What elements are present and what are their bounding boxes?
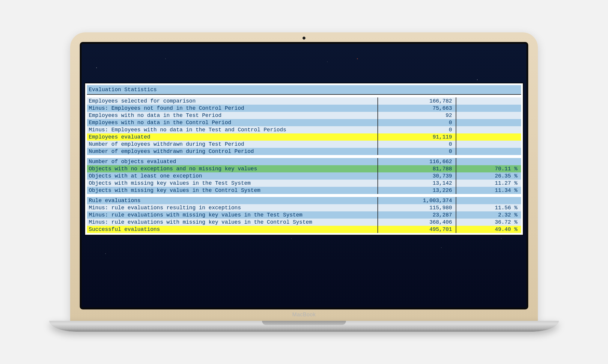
laptop-mockup: Evaluation StatisticsEmployees selected … xyxy=(70,32,538,332)
screen-bezel: Evaluation StatisticsEmployees selected … xyxy=(80,42,528,309)
row-percentage xyxy=(456,158,521,165)
row-label: Employees with no data in the Control Pe… xyxy=(87,119,378,126)
row-label: Objects with no exceptions and no missin… xyxy=(87,165,378,172)
row-value: 115,980 xyxy=(378,204,456,211)
row-value: 23,287 xyxy=(378,211,456,219)
table-row: Objects with no exceptions and no missin… xyxy=(87,165,521,172)
table-row: Minus: rule evaluations with missing key… xyxy=(87,211,521,219)
row-value: 0 xyxy=(378,148,456,155)
table-row: Objects with missing key values in the T… xyxy=(87,180,521,187)
table-row: Number of objects evaluated116,662 xyxy=(87,158,521,165)
row-label: Number of objects evaluated xyxy=(87,158,378,165)
row-percentage xyxy=(456,141,521,148)
row-label: Minus: rule evaluations with missing key… xyxy=(87,211,378,219)
row-percentage: 36.72 % xyxy=(456,219,521,226)
row-percentage xyxy=(456,197,521,204)
row-label: Rule evaluations xyxy=(87,197,378,204)
row-percentage xyxy=(456,105,521,112)
section-spacer xyxy=(87,194,521,197)
row-value: 0 xyxy=(378,141,456,148)
row-value: 166,782 xyxy=(378,97,456,105)
row-value: 13,226 xyxy=(378,187,456,194)
table-row: Minus: Employees not found in the Contro… xyxy=(87,105,521,112)
row-label: Minus: rule evaluations resulting in exc… xyxy=(87,204,378,211)
row-percentage xyxy=(456,119,521,126)
table-row: Successful evaluations495,70149.40 % xyxy=(87,226,521,233)
row-value: 0 xyxy=(378,119,456,126)
table-row: Employees with no data in the Control Pe… xyxy=(87,119,521,126)
device-brand-label: MacBook xyxy=(292,312,316,318)
row-value: 0 xyxy=(378,126,456,133)
table-row: Employees evaluated91,119 xyxy=(87,133,521,141)
row-value: 1,003,374 xyxy=(378,197,456,204)
row-value: 91,119 xyxy=(378,133,456,141)
row-label: Number of employees withdrawn during Tes… xyxy=(87,141,378,148)
row-value: 116,662 xyxy=(378,158,456,165)
row-percentage: 70.11 % xyxy=(456,165,521,172)
row-label: Employees with no data in the Test Perio… xyxy=(87,112,378,119)
row-value: 75,663 xyxy=(378,105,456,112)
row-label: Objects with at least one exception xyxy=(87,172,378,180)
evaluation-statistics-table: Evaluation StatisticsEmployees selected … xyxy=(87,85,521,233)
row-value: 368,406 xyxy=(378,219,456,226)
evaluation-statistics-panel: Evaluation StatisticsEmployees selected … xyxy=(85,83,523,235)
row-label: Objects with missing key values in the T… xyxy=(87,180,378,187)
row-label: Minus: Employees with no data in the Tes… xyxy=(87,126,378,133)
section-spacer xyxy=(87,155,521,158)
row-percentage: 49.40 % xyxy=(456,226,521,233)
row-value: 81,788 xyxy=(378,165,456,172)
table-row: Employees selected for comparison166,782 xyxy=(87,97,521,105)
table-row: Minus: Employees with no data in the Tes… xyxy=(87,126,521,133)
row-label: Successful evaluations xyxy=(87,226,378,233)
laptop-base xyxy=(49,321,559,332)
camera-icon xyxy=(303,37,305,40)
row-value: 13,142 xyxy=(378,180,456,187)
row-percentage xyxy=(456,126,521,133)
row-percentage xyxy=(456,112,521,119)
row-percentage: 11.56 % xyxy=(456,204,521,211)
row-label: Employees evaluated xyxy=(87,133,378,141)
row-percentage: 2.32 % xyxy=(456,211,521,219)
table-row: Employees with no data in the Test Perio… xyxy=(87,112,521,119)
row-value: 30,739 xyxy=(378,172,456,180)
laptop-lid: Evaluation StatisticsEmployees selected … xyxy=(70,32,538,321)
row-percentage: 26.35 % xyxy=(456,172,521,180)
row-label: Minus: Employees not found in the Contro… xyxy=(87,105,378,112)
table-row: Objects with at least one exception30,73… xyxy=(87,172,521,180)
table-title-row: Evaluation Statistics xyxy=(87,85,521,94)
table-title: Evaluation Statistics xyxy=(87,85,521,94)
table-row: Rule evaluations1,003,374 xyxy=(87,197,521,204)
table-row: Number of employees withdrawn during Tes… xyxy=(87,141,521,148)
row-label: Minus: rule evaluations with missing key… xyxy=(87,219,378,226)
row-value: 92 xyxy=(378,112,456,119)
table-row: Minus: rule evaluations resulting in exc… xyxy=(87,204,521,211)
row-percentage: 11.34 % xyxy=(456,187,521,194)
section-spacer xyxy=(87,94,521,97)
row-percentage xyxy=(456,97,521,105)
row-value: 495,701 xyxy=(378,226,456,233)
table-row: Minus: rule evaluations with missing key… xyxy=(87,219,521,226)
table-row: Objects with missing key values in the C… xyxy=(87,187,521,194)
desktop-wallpaper: Evaluation StatisticsEmployees selected … xyxy=(82,44,526,308)
row-label: Employees selected for comparison xyxy=(87,97,378,105)
table-row: Number of employees withdrawn during Con… xyxy=(87,148,521,155)
row-percentage xyxy=(456,148,521,155)
row-percentage xyxy=(456,133,521,141)
row-percentage: 11.27 % xyxy=(456,180,521,187)
row-label: Number of employees withdrawn during Con… xyxy=(87,148,378,155)
row-label: Objects with missing key values in the C… xyxy=(87,187,378,194)
